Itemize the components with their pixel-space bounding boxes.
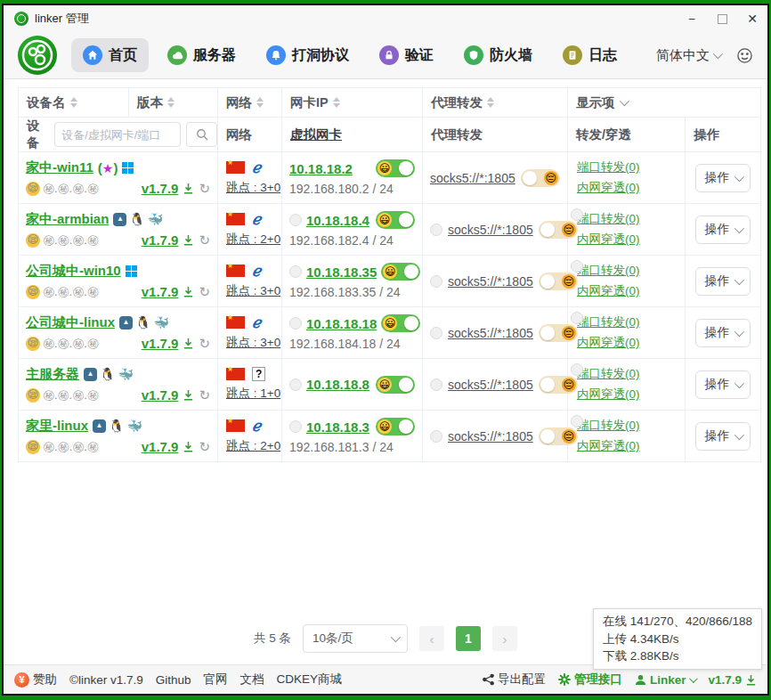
forward-radio[interactable] <box>571 260 583 273</box>
user-menu[interactable]: Linker <box>635 673 696 687</box>
hops-link[interactable]: 跳点 : 2+0 <box>226 232 274 248</box>
download-icon[interactable] <box>183 441 194 452</box>
nic-toggle-on[interactable]: 😃 <box>381 314 420 332</box>
refresh-icon[interactable]: ↻ <box>199 337 210 350</box>
penetrate-link[interactable]: 内网穿透(0) <box>577 180 678 196</box>
action-dropdown-button[interactable]: 操作 <box>695 164 751 192</box>
hops-link[interactable]: 跳点 : 3+0 <box>226 335 274 351</box>
search-input[interactable] <box>54 122 181 147</box>
col-nic-ip[interactable]: 网卡IP <box>282 88 423 118</box>
proxy-radio[interactable] <box>430 224 442 236</box>
virtual-ip-link[interactable]: 10.18.18.3 <box>306 419 369 435</box>
refresh-icon[interactable]: ↻ <box>199 285 210 298</box>
next-page-button[interactable]: › <box>492 626 517 651</box>
virtual-ip-link[interactable]: 10.18.18.35 <box>306 265 377 280</box>
page-size-select[interactable]: 10条/页 <box>303 624 408 653</box>
refresh-icon[interactable]: ↻ <box>199 388 210 402</box>
cdkey-store-link[interactable]: CDKEY商城 <box>277 672 343 688</box>
virtual-ip-link[interactable]: 10.18.18.2 <box>289 161 353 176</box>
port-forward-link[interactable]: 端口转发(0) <box>577 418 678 434</box>
action-dropdown-button[interactable]: 操作 <box>695 422 751 451</box>
minimize-button[interactable]: – <box>677 5 707 32</box>
proxy-radio[interactable] <box>430 430 442 443</box>
close-button[interactable]: ✕ <box>737 5 767 32</box>
language-selector[interactable]: 简体中文 <box>656 47 720 64</box>
col-version[interactable]: 版本 <box>129 88 218 118</box>
socks-link[interactable]: socks5://*:1805 <box>448 223 533 237</box>
version-link[interactable]: v1.7.9 <box>142 387 179 403</box>
refresh-icon[interactable]: ↻ <box>199 440 210 453</box>
nic-toggle-on[interactable]: 😃 <box>376 376 415 394</box>
github-link[interactable]: Github <box>156 673 191 687</box>
device-name-link[interactable]: 公司城中-linux <box>26 314 115 331</box>
penetrate-link[interactable]: 内网穿透(0) <box>577 283 678 299</box>
hops-link[interactable]: 跳点 : 3+0 <box>226 180 274 196</box>
socks-link[interactable]: socks5://*:1805 <box>430 171 515 185</box>
socks-link[interactable]: socks5://*:1805 <box>448 326 533 340</box>
sponsor-link[interactable]: ¥ 赞助 <box>14 672 57 688</box>
penetrate-link[interactable]: 内网穿透(0) <box>577 387 678 403</box>
action-dropdown-button[interactable]: 操作 <box>695 319 751 347</box>
penetrate-link[interactable]: 内网穿透(0) <box>577 232 678 248</box>
forward-radio[interactable] <box>571 312 583 324</box>
device-name-link[interactable]: 家中-armbian <box>26 211 109 228</box>
version-link[interactable]: v1.7.9 <box>142 284 179 299</box>
refresh-icon[interactable]: ↻ <box>199 233 210 247</box>
proxy-radio[interactable] <box>430 327 442 339</box>
version-link[interactable]: v1.7.9 <box>142 181 179 196</box>
version-link[interactable]: v1.7.9 <box>142 439 179 454</box>
theme-face-icon[interactable] <box>736 47 753 64</box>
penetrate-link[interactable]: 内网穿透(0) <box>577 335 678 351</box>
socks-link[interactable]: socks5://*:1805 <box>448 429 533 444</box>
port-forward-link[interactable]: 端口转发(0) <box>577 159 678 175</box>
download-icon[interactable] <box>183 183 194 194</box>
penetrate-link[interactable]: 内网穿透(0) <box>577 438 678 454</box>
nic-toggle-on[interactable]: 😃 <box>376 418 415 435</box>
port-forward-link[interactable]: 端口转发(0) <box>577 366 678 382</box>
virtual-ip-link[interactable]: 10.18.18.18 <box>306 316 377 331</box>
forward-radio[interactable] <box>571 363 583 376</box>
version-link[interactable]: v1.7.9 <box>142 232 179 248</box>
download-icon[interactable] <box>183 286 194 297</box>
download-icon[interactable] <box>183 234 194 246</box>
tab-home[interactable]: 首页 <box>71 38 149 72</box>
version-link[interactable]: v1.7.9 <box>142 336 179 351</box>
tab-auth[interactable]: 验证 <box>368 38 445 72</box>
tab-punch-protocol[interactable]: 打洞协议 <box>255 38 361 72</box>
device-name-link[interactable]: 公司城中-win10 <box>26 263 121 280</box>
socks-link[interactable]: socks5://*:1805 <box>448 274 533 289</box>
port-forward-link[interactable]: 端口转发(0) <box>577 314 678 330</box>
current-page[interactable]: 1 <box>456 626 481 651</box>
forward-radio[interactable] <box>571 208 583 221</box>
virtual-ip-link[interactable]: 10.18.18.8 <box>306 377 369 392</box>
hops-link[interactable]: 跳点 : 1+0 <box>226 386 274 402</box>
admin-api-button[interactable]: 管理接口 <box>558 672 622 688</box>
official-site-link[interactable]: 官网 <box>204 672 228 688</box>
proxy-toggle-off[interactable]: 😔 <box>521 169 560 187</box>
col-display-options[interactable]: 显示项 <box>568 88 761 118</box>
action-dropdown-button[interactable]: 操作 <box>695 216 751 244</box>
default-route-radio[interactable] <box>289 317 302 330</box>
tab-firewall[interactable]: 防火墙 <box>452 38 544 72</box>
device-name-link[interactable]: 家里-linux <box>26 418 88 435</box>
port-forward-link[interactable]: 端口转发(0) <box>577 263 678 279</box>
action-dropdown-button[interactable]: 操作 <box>695 267 751 296</box>
device-name-link[interactable]: 主服务器 <box>26 366 79 383</box>
refresh-icon[interactable]: ↻ <box>199 182 210 195</box>
hops-link[interactable]: 跳点 : 3+0 <box>226 283 274 299</box>
default-route-radio[interactable] <box>289 420 302 433</box>
nic-toggle-on[interactable]: 😃 <box>381 263 420 281</box>
docs-link[interactable]: 文档 <box>240 672 264 688</box>
col-network[interactable]: 网络 <box>218 88 282 118</box>
virtual-ip-link[interactable]: 10.18.18.4 <box>306 213 369 228</box>
search-button[interactable] <box>186 122 217 147</box>
export-config-button[interactable]: 导出配置 <box>483 672 546 688</box>
nic-toggle-on[interactable]: 😃 <box>376 211 415 229</box>
port-forward-link[interactable]: 端口转发(0) <box>577 211 678 227</box>
default-route-radio[interactable] <box>289 214 302 226</box>
socks-link[interactable]: socks5://*:1805 <box>448 378 533 392</box>
forward-radio[interactable] <box>571 415 583 427</box>
proxy-radio[interactable] <box>430 275 442 288</box>
nic-toggle-on[interactable]: 😃 <box>376 159 415 177</box>
action-dropdown-button[interactable]: 操作 <box>695 370 751 399</box>
